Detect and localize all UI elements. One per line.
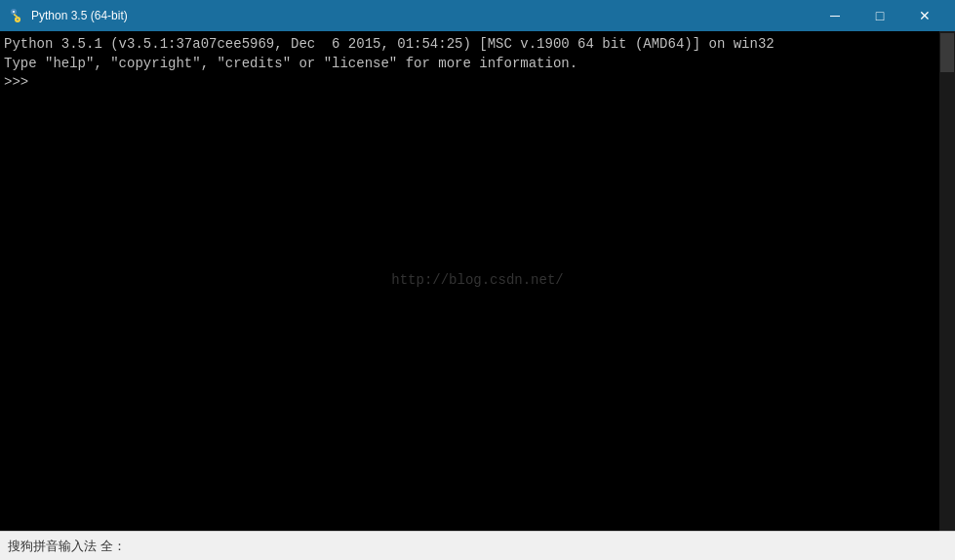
title-bar-left: Python 3.5 (64-bit) [8,8,128,23]
close-button[interactable]: ✕ [902,0,947,31]
ime-label: 搜狗拼音输入法 全： [8,538,126,555]
python-icon [8,8,23,23]
watermark-text: http://blog.csdn.net/ [391,271,563,291]
terminal-line-2: Type "help", "copyright", "credits" or "… [4,55,951,74]
scrollbar-thumb[interactable] [940,33,954,72]
window-title: Python 3.5 (64-bit) [31,9,128,22]
ime-bar: 搜狗拼音输入法 全： [0,531,955,560]
svg-point-2 [13,11,15,13]
svg-point-3 [17,19,19,20]
terminal-window[interactable]: Python 3.5.1 (v3.5.1:37a07cee5969, Dec 6… [0,31,955,531]
scrollbar[interactable] [939,31,955,531]
terminal-prompt: >>> [4,73,951,93]
window-controls: ─ □ ✕ [813,0,947,31]
minimize-button[interactable]: ─ [813,0,857,31]
terminal-line-1: Python 3.5.1 (v3.5.1:37a07cee5969, Dec 6… [4,35,951,55]
title-bar: Python 3.5 (64-bit) ─ □ ✕ [0,0,955,31]
maximize-button[interactable]: □ [857,0,902,31]
